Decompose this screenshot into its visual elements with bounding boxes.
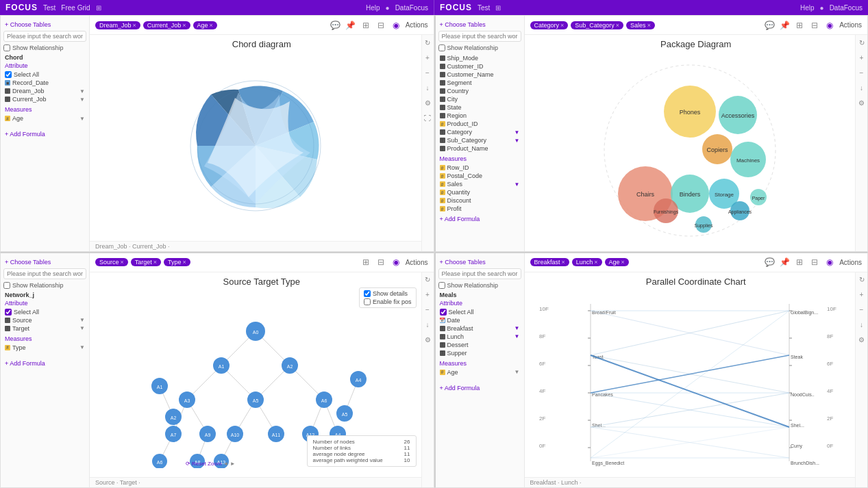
choose-tables-q2[interactable]: + Choose Tables bbox=[440, 21, 520, 28]
measure-quantity[interactable]: #Quantity bbox=[438, 188, 521, 196]
attr-segment[interactable]: TSegment bbox=[438, 79, 521, 87]
attr-current-job-q1[interactable]: T Current_Job ▼ bbox=[3, 95, 86, 103]
zoom-in-icon-q3[interactable]: + bbox=[423, 290, 432, 300]
attr-dream-job-q1[interactable]: T Dream_Job ▼ bbox=[3, 87, 86, 95]
show-relationship-q1[interactable]: Show Relationship bbox=[3, 44, 86, 51]
attr-select-all-q3[interactable]: Select All bbox=[3, 308, 86, 316]
choose-tables-q1[interactable]: + Choose Tables bbox=[5, 21, 85, 28]
chart-type-icon-q4[interactable]: ◉ bbox=[824, 257, 835, 268]
actions-btn-q4[interactable]: Actions bbox=[839, 259, 862, 266]
grid-icon-q4[interactable]: ⊞ bbox=[794, 257, 805, 268]
chart-type-icon-q2[interactable]: ◉ bbox=[824, 20, 835, 31]
chat-icon-q1[interactable]: 💬 bbox=[330, 20, 341, 31]
measure-age-q1[interactable]: # Age ▼ bbox=[3, 114, 86, 123]
nav-icon-right[interactable]: ⊞ bbox=[495, 4, 501, 12]
actions-btn-q3[interactable]: Actions bbox=[406, 259, 428, 266]
tag-sub-category[interactable]: Sub_Category × bbox=[571, 21, 623, 29]
zoom-out-icon-q2[interactable]: − bbox=[857, 68, 867, 77]
attr-record-date-q1[interactable]: ■ Record_Date bbox=[3, 79, 86, 87]
measure-type-q3[interactable]: # Type ▼ bbox=[3, 344, 86, 352]
tag-breakfast[interactable]: Breakfast × bbox=[530, 258, 569, 266]
zoom-in-icon-q2[interactable]: + bbox=[857, 53, 867, 62]
measure-profit[interactable]: #Profit bbox=[438, 205, 521, 213]
attr-city[interactable]: TCity bbox=[438, 95, 521, 103]
attr-select-all-q4[interactable]: Select All bbox=[438, 308, 521, 316]
measure-sales[interactable]: #Sales▼ bbox=[438, 180, 521, 188]
reset-zoom-q3[interactable]: ⟳Reset Zoom ◄ ► bbox=[186, 461, 236, 467]
search-input-q2[interactable] bbox=[438, 31, 521, 42]
search-input-q1[interactable] bbox=[3, 31, 86, 42]
pin-icon-q4[interactable]: 📌 bbox=[779, 257, 790, 268]
download-icon-q3[interactable]: ↓ bbox=[423, 320, 432, 330]
tag-age-q4[interactable]: Age × bbox=[605, 258, 629, 266]
settings-icon-q2[interactable]: ⚙ bbox=[857, 98, 867, 107]
measure-postal-code[interactable]: #Postal_Code bbox=[438, 172, 521, 180]
table-icon-q4[interactable]: ⊟ bbox=[809, 257, 820, 268]
attr-region[interactable]: TRegion bbox=[438, 112, 521, 120]
pin-icon-q2[interactable]: 📌 bbox=[779, 20, 790, 31]
attr-country[interactable]: TCountry bbox=[438, 87, 521, 95]
refresh-icon-q3[interactable]: ↻ bbox=[423, 275, 432, 285]
tag-dream-job[interactable]: Dream_Job × bbox=[95, 21, 140, 29]
tag-source[interactable]: Source × bbox=[95, 258, 128, 266]
show-details-checkbox[interactable] bbox=[364, 290, 371, 297]
tag-current-job[interactable]: Current_Job × bbox=[143, 21, 190, 29]
actions-btn-q1[interactable]: Actions bbox=[406, 21, 428, 29]
zoom-in-icon-q4[interactable]: + bbox=[857, 290, 867, 300]
enable-fix-pos-checkbox[interactable] bbox=[364, 298, 371, 305]
show-rel-checkbox-q4[interactable] bbox=[438, 282, 445, 289]
add-formula-q3[interactable]: + Add Formula bbox=[5, 360, 85, 367]
choose-tables-q3[interactable]: + Choose Tables bbox=[5, 259, 85, 266]
actions-btn-q2[interactable]: Actions bbox=[839, 21, 862, 29]
attr-supper-q4[interactable]: T Supper bbox=[438, 349, 521, 357]
settings-icon-q4[interactable]: ⚙ bbox=[857, 335, 867, 345]
search-input-q4[interactable] bbox=[438, 268, 521, 279]
grid-icon-q1[interactable]: ⊞ bbox=[360, 20, 371, 31]
add-formula-q2[interactable]: + Add Formula bbox=[440, 216, 520, 222]
table-icon-q1[interactable]: ⊟ bbox=[375, 20, 386, 31]
show-rel-checkbox-q1[interactable] bbox=[3, 44, 10, 51]
grid-icon-q3[interactable]: ⊞ bbox=[360, 257, 371, 268]
zoom-in-icon-q1[interactable]: + bbox=[423, 53, 432, 62]
attr-customer-id[interactable]: TCustomer_ID bbox=[438, 62, 521, 70]
chat-icon-q2[interactable]: 💬 bbox=[764, 20, 775, 31]
attr-product-id[interactable]: #Product_ID bbox=[438, 120, 521, 128]
tag-lunch[interactable]: Lunch × bbox=[572, 258, 602, 266]
choose-tables-q4[interactable]: + Choose Tables bbox=[440, 259, 520, 266]
refresh-icon-q2[interactable]: ↻ bbox=[857, 38, 867, 47]
show-relationship-q3[interactable]: Show Relationship bbox=[3, 282, 86, 289]
measure-age-q4[interactable]: # Age ▼ bbox=[438, 368, 521, 376]
attr-target-q3[interactable]: T Target ▼ bbox=[3, 324, 86, 333]
show-details-box[interactable]: Show details Enable fix pos bbox=[359, 287, 417, 308]
show-rel-checkbox-q2[interactable] bbox=[438, 44, 445, 51]
table-icon-q3[interactable]: ⊟ bbox=[375, 257, 386, 268]
add-formula-q4[interactable]: + Add Formula bbox=[440, 385, 520, 391]
attr-date-q4[interactable]: 📅 Date bbox=[438, 316, 521, 324]
chart-type-icon-q1[interactable]: ◉ bbox=[390, 20, 401, 31]
refresh-icon-q4[interactable]: ↻ bbox=[857, 275, 867, 285]
attr-customer-name[interactable]: TCustomer_Name bbox=[438, 70, 521, 79]
download-icon-q1[interactable]: ↓ bbox=[423, 83, 432, 92]
attr-dessert-q4[interactable]: T Dessert bbox=[438, 341, 521, 349]
grid-icon-q2[interactable]: ⊞ bbox=[794, 20, 805, 31]
datafocus-label-left[interactable]: DataFocus bbox=[395, 4, 428, 12]
nav-test-left[interactable]: Test bbox=[43, 4, 55, 12]
attr-select-all-q1[interactable]: Select All bbox=[3, 70, 86, 79]
measure-discount[interactable]: #Discount bbox=[438, 196, 521, 205]
add-formula-q1[interactable]: + Add Formula bbox=[5, 131, 85, 138]
show-relationship-q2[interactable]: Show Relationship bbox=[438, 44, 521, 51]
attr-category[interactable]: TCategory▼ bbox=[438, 128, 521, 136]
tag-age-q1[interactable]: Age × bbox=[193, 21, 217, 29]
download-icon-q4[interactable]: ↓ bbox=[857, 320, 867, 330]
chat-icon-q4[interactable]: 💬 bbox=[764, 257, 775, 268]
attr-source-q3[interactable]: T Source ▼ bbox=[3, 316, 86, 324]
help-right[interactable]: Help bbox=[800, 4, 815, 12]
zoom-out-icon-q4[interactable]: − bbox=[857, 305, 867, 315]
zoom-out-icon-q3[interactable]: − bbox=[423, 305, 432, 315]
pin-icon-q1[interactable]: 📌 bbox=[345, 20, 356, 31]
datafocus-label-right[interactable]: DataFocus bbox=[830, 4, 863, 12]
tag-sales-q2[interactable]: Sales × bbox=[626, 21, 655, 29]
tag-target[interactable]: Target × bbox=[131, 258, 161, 266]
attr-ship-mode[interactable]: TShip_Mode bbox=[438, 54, 521, 62]
measure-row-id[interactable]: #Row_ID bbox=[438, 164, 521, 172]
